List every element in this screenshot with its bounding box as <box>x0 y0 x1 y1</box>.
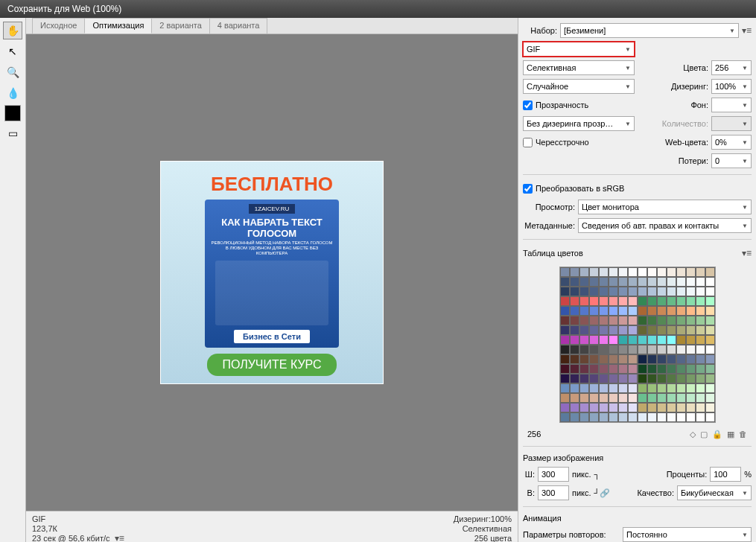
color-swatch-cell[interactable] <box>628 364 638 374</box>
color-swatch-cell[interactable] <box>599 393 609 403</box>
color-swatch-cell[interactable] <box>609 393 618 403</box>
color-swatch-cell[interactable] <box>628 345 638 354</box>
color-swatch-cell[interactable] <box>589 345 599 354</box>
color-swatch-cell[interactable] <box>560 345 570 354</box>
color-swatch-cell[interactable] <box>599 374 609 383</box>
color-swatch-cell[interactable] <box>705 364 715 374</box>
color-swatch-cell[interactable] <box>705 383 715 393</box>
color-swatch-cell[interactable] <box>628 393 638 403</box>
zoom-tool[interactable]: 🔍 <box>3 63 22 81</box>
color-swatch-cell[interactable] <box>628 287 638 296</box>
color-swatch-cell[interactable] <box>628 374 638 383</box>
color-swatch-cell[interactable] <box>705 335 715 345</box>
color-swatch-cell[interactable] <box>667 412 676 422</box>
color-swatch-cell[interactable] <box>560 403 570 412</box>
color-swatch-cell[interactable] <box>560 325 570 335</box>
color-swatch-cell[interactable] <box>676 277 686 287</box>
meta-select[interactable]: Сведения об авт. правах и контакты <box>578 218 752 233</box>
color-swatch-cell[interactable] <box>667 364 676 374</box>
color-swatch-cell[interactable] <box>667 325 676 335</box>
color-swatch-cell[interactable] <box>686 383 696 393</box>
color-swatch-cell[interactable] <box>638 325 647 335</box>
color-swatch-cell[interactable] <box>589 287 599 296</box>
color-swatch-cell[interactable] <box>560 412 570 422</box>
color-swatch-cell[interactable] <box>609 277 618 287</box>
color-swatch-cell[interactable] <box>667 374 676 383</box>
color-swatch-cell[interactable] <box>618 383 628 393</box>
color-swatch-cell[interactable] <box>705 325 715 335</box>
color-swatch-cell[interactable] <box>638 393 647 403</box>
color-swatch-cell[interactable] <box>579 296 589 306</box>
color-swatch-cell[interactable] <box>686 296 696 306</box>
color-swatch-cell[interactable] <box>657 306 667 316</box>
color-swatch-cell[interactable] <box>647 345 657 354</box>
color-swatch-cell[interactable] <box>647 383 657 393</box>
color-swatch-cell[interactable] <box>570 287 579 296</box>
interlaced-checkbox[interactable] <box>523 138 533 147</box>
color-swatch-cell[interactable] <box>696 374 705 383</box>
color-swatch-cell[interactable] <box>618 403 628 412</box>
color-swatch-cell[interactable] <box>638 267 647 277</box>
hand-tool[interactable]: ✋ <box>3 22 22 39</box>
color-swatch-cell[interactable] <box>657 287 667 296</box>
color-swatch-cell[interactable] <box>579 364 589 374</box>
color-swatch-cell[interactable] <box>599 403 609 412</box>
color-swatch-cell[interactable] <box>579 267 589 277</box>
color-swatch-cell[interactable] <box>647 412 657 422</box>
colors-select[interactable]: 256 <box>711 60 752 75</box>
color-swatch-cell[interactable] <box>589 403 599 412</box>
color-swatch-cell[interactable] <box>579 383 589 393</box>
color-swatch-cell[interactable] <box>686 325 696 335</box>
color-swatch-cell[interactable] <box>599 296 609 306</box>
color-swatch-cell[interactable] <box>686 412 696 422</box>
color-swatch-cell[interactable] <box>638 403 647 412</box>
color-swatch-cell[interactable] <box>647 364 657 374</box>
color-swatch-cell[interactable] <box>618 354 628 364</box>
color-swatch-cell[interactable] <box>618 306 628 316</box>
color-swatch-cell[interactable] <box>686 374 696 383</box>
color-swatch-cell[interactable] <box>609 364 618 374</box>
color-swatch-cell[interactable] <box>686 267 696 277</box>
lossy-select[interactable]: 0 <box>711 153 752 168</box>
color-swatch-cell[interactable] <box>609 316 618 325</box>
color-swatch-cell[interactable] <box>686 403 696 412</box>
color-swatch-cell[interactable] <box>560 335 570 345</box>
color-swatch-cell[interactable] <box>560 393 570 403</box>
color-swatch-cell[interactable] <box>676 393 686 403</box>
color-swatch-cell[interactable] <box>676 306 686 316</box>
color-swatch-cell[interactable] <box>696 306 705 316</box>
color-swatch-cell[interactable] <box>676 403 686 412</box>
preset-select[interactable]: [Безимени] <box>560 23 739 38</box>
color-swatch-cell[interactable] <box>638 345 647 354</box>
color-swatch-cell[interactable] <box>705 277 715 287</box>
slice-visibility[interactable]: ▭ <box>3 124 22 142</box>
color-swatch-cell[interactable] <box>599 354 609 364</box>
color-swatch-cell[interactable] <box>589 374 599 383</box>
color-swatch[interactable] <box>4 105 21 121</box>
color-swatch-cell[interactable] <box>618 345 628 354</box>
color-swatch-cell[interactable] <box>667 383 676 393</box>
color-swatch-cell[interactable] <box>579 345 589 354</box>
color-swatch-cell[interactable] <box>570 296 579 306</box>
color-swatch-cell[interactable] <box>609 335 618 345</box>
color-swatch-cell[interactable] <box>628 403 638 412</box>
color-swatch-cell[interactable] <box>638 374 647 383</box>
color-swatch-cell[interactable] <box>638 316 647 325</box>
eyedropper-tool[interactable]: 💧 <box>3 84 22 102</box>
color-swatch-cell[interactable] <box>628 277 638 287</box>
tab-optimized[interactable]: Оптимизация <box>84 18 152 34</box>
color-swatch-cell[interactable] <box>696 335 705 345</box>
color-swatch-cell[interactable] <box>647 287 657 296</box>
color-swatch-cell[interactable] <box>705 412 715 422</box>
color-swatch-cell[interactable] <box>560 306 570 316</box>
color-swatch-cell[interactable] <box>560 277 570 287</box>
websnap-select[interactable]: 0% <box>711 135 752 150</box>
color-swatch-cell[interactable] <box>618 412 628 422</box>
color-swatch-cell[interactable] <box>657 296 667 306</box>
color-swatch-cell[interactable] <box>579 316 589 325</box>
color-swatch-cell[interactable] <box>705 267 715 277</box>
color-swatch-cell[interactable] <box>618 277 628 287</box>
color-swatch-cell[interactable] <box>599 325 609 335</box>
color-swatch-cell[interactable] <box>657 393 667 403</box>
color-swatch-cell[interactable] <box>705 306 715 316</box>
